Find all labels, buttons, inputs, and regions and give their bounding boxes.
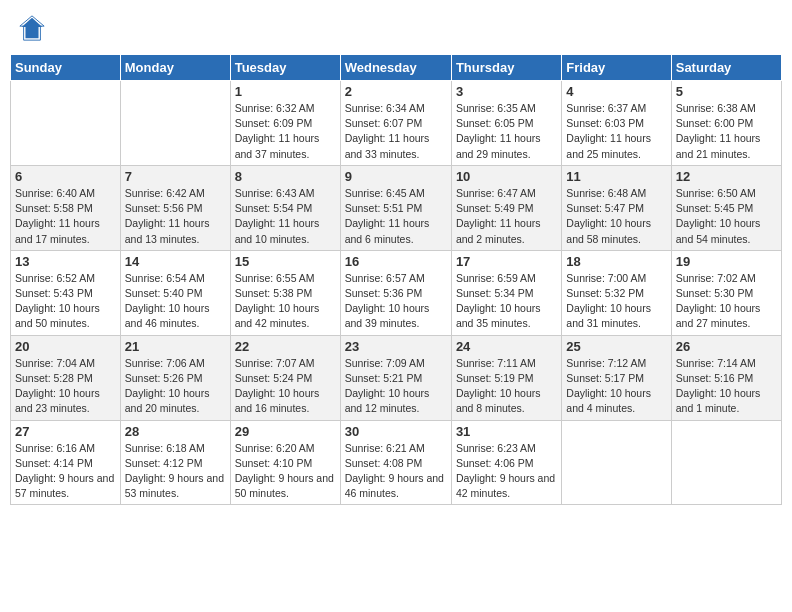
day-detail: Sunrise: 6:59 AMSunset: 5:34 PMDaylight:…: [456, 271, 557, 332]
svg-marker-0: [22, 18, 43, 39]
day-detail: Sunrise: 6:47 AMSunset: 5:49 PMDaylight:…: [456, 186, 557, 247]
calendar-cell: 28Sunrise: 6:18 AMSunset: 4:12 PMDayligh…: [120, 420, 230, 505]
day-detail: Sunrise: 6:40 AMSunset: 5:58 PMDaylight:…: [15, 186, 116, 247]
day-number: 7: [125, 169, 226, 184]
day-number: 24: [456, 339, 557, 354]
weekday-header-wednesday: Wednesday: [340, 55, 451, 81]
weekday-header-monday: Monday: [120, 55, 230, 81]
day-detail: Sunrise: 7:00 AMSunset: 5:32 PMDaylight:…: [566, 271, 666, 332]
day-detail: Sunrise: 7:11 AMSunset: 5:19 PMDaylight:…: [456, 356, 557, 417]
day-detail: Sunrise: 6:18 AMSunset: 4:12 PMDaylight:…: [125, 441, 226, 502]
day-number: 11: [566, 169, 666, 184]
day-number: 27: [15, 424, 116, 439]
day-detail: Sunrise: 6:52 AMSunset: 5:43 PMDaylight:…: [15, 271, 116, 332]
weekday-header-sunday: Sunday: [11, 55, 121, 81]
calendar-cell: 13Sunrise: 6:52 AMSunset: 5:43 PMDayligh…: [11, 250, 121, 335]
calendar-cell: 12Sunrise: 6:50 AMSunset: 5:45 PMDayligh…: [671, 165, 781, 250]
day-number: 29: [235, 424, 336, 439]
calendar-cell: 23Sunrise: 7:09 AMSunset: 5:21 PMDayligh…: [340, 335, 451, 420]
day-detail: Sunrise: 6:55 AMSunset: 5:38 PMDaylight:…: [235, 271, 336, 332]
day-detail: Sunrise: 6:50 AMSunset: 5:45 PMDaylight:…: [676, 186, 777, 247]
weekday-header-tuesday: Tuesday: [230, 55, 340, 81]
day-number: 1: [235, 84, 336, 99]
calendar-cell: 30Sunrise: 6:21 AMSunset: 4:08 PMDayligh…: [340, 420, 451, 505]
calendar-cell: 22Sunrise: 7:07 AMSunset: 5:24 PMDayligh…: [230, 335, 340, 420]
calendar-cell: 8Sunrise: 6:43 AMSunset: 5:54 PMDaylight…: [230, 165, 340, 250]
day-detail: Sunrise: 7:14 AMSunset: 5:16 PMDaylight:…: [676, 356, 777, 417]
calendar-cell: 26Sunrise: 7:14 AMSunset: 5:16 PMDayligh…: [671, 335, 781, 420]
calendar-cell: 1Sunrise: 6:32 AMSunset: 6:09 PMDaylight…: [230, 81, 340, 166]
day-number: 17: [456, 254, 557, 269]
day-detail: Sunrise: 6:48 AMSunset: 5:47 PMDaylight:…: [566, 186, 666, 247]
day-detail: Sunrise: 6:42 AMSunset: 5:56 PMDaylight:…: [125, 186, 226, 247]
day-number: 31: [456, 424, 557, 439]
day-detail: Sunrise: 7:09 AMSunset: 5:21 PMDaylight:…: [345, 356, 447, 417]
weekday-header-thursday: Thursday: [451, 55, 561, 81]
day-number: 23: [345, 339, 447, 354]
calendar-cell: 4Sunrise: 6:37 AMSunset: 6:03 PMDaylight…: [562, 81, 671, 166]
day-number: 12: [676, 169, 777, 184]
calendar-cell: [120, 81, 230, 166]
calendar-cell: 6Sunrise: 6:40 AMSunset: 5:58 PMDaylight…: [11, 165, 121, 250]
day-number: 3: [456, 84, 557, 99]
calendar-cell: 15Sunrise: 6:55 AMSunset: 5:38 PMDayligh…: [230, 250, 340, 335]
day-detail: Sunrise: 7:06 AMSunset: 5:26 PMDaylight:…: [125, 356, 226, 417]
day-number: 30: [345, 424, 447, 439]
day-detail: Sunrise: 7:07 AMSunset: 5:24 PMDaylight:…: [235, 356, 336, 417]
day-number: 20: [15, 339, 116, 354]
day-detail: Sunrise: 6:54 AMSunset: 5:40 PMDaylight:…: [125, 271, 226, 332]
calendar-cell: 27Sunrise: 6:16 AMSunset: 4:14 PMDayligh…: [11, 420, 121, 505]
day-detail: Sunrise: 6:57 AMSunset: 5:36 PMDaylight:…: [345, 271, 447, 332]
calendar-cell: 18Sunrise: 7:00 AMSunset: 5:32 PMDayligh…: [562, 250, 671, 335]
weekday-header-saturday: Saturday: [671, 55, 781, 81]
day-detail: Sunrise: 6:45 AMSunset: 5:51 PMDaylight:…: [345, 186, 447, 247]
day-number: 28: [125, 424, 226, 439]
day-detail: Sunrise: 6:34 AMSunset: 6:07 PMDaylight:…: [345, 101, 447, 162]
page-header: [10, 10, 782, 46]
calendar-cell: 17Sunrise: 6:59 AMSunset: 5:34 PMDayligh…: [451, 250, 561, 335]
calendar-week-row: 20Sunrise: 7:04 AMSunset: 5:28 PMDayligh…: [11, 335, 782, 420]
day-number: 15: [235, 254, 336, 269]
weekday-header-friday: Friday: [562, 55, 671, 81]
calendar-cell: 14Sunrise: 6:54 AMSunset: 5:40 PMDayligh…: [120, 250, 230, 335]
day-number: 13: [15, 254, 116, 269]
calendar-cell: 29Sunrise: 6:20 AMSunset: 4:10 PMDayligh…: [230, 420, 340, 505]
day-detail: Sunrise: 6:23 AMSunset: 4:06 PMDaylight:…: [456, 441, 557, 502]
day-detail: Sunrise: 6:32 AMSunset: 6:09 PMDaylight:…: [235, 101, 336, 162]
day-detail: Sunrise: 6:20 AMSunset: 4:10 PMDaylight:…: [235, 441, 336, 502]
day-number: 26: [676, 339, 777, 354]
calendar-cell: 21Sunrise: 7:06 AMSunset: 5:26 PMDayligh…: [120, 335, 230, 420]
day-detail: Sunrise: 7:02 AMSunset: 5:30 PMDaylight:…: [676, 271, 777, 332]
day-number: 19: [676, 254, 777, 269]
calendar-cell: 31Sunrise: 6:23 AMSunset: 4:06 PMDayligh…: [451, 420, 561, 505]
calendar-cell: 2Sunrise: 6:34 AMSunset: 6:07 PMDaylight…: [340, 81, 451, 166]
day-number: 22: [235, 339, 336, 354]
day-detail: Sunrise: 7:04 AMSunset: 5:28 PMDaylight:…: [15, 356, 116, 417]
day-number: 25: [566, 339, 666, 354]
day-number: 4: [566, 84, 666, 99]
day-number: 14: [125, 254, 226, 269]
calendar-week-row: 13Sunrise: 6:52 AMSunset: 5:43 PMDayligh…: [11, 250, 782, 335]
calendar-cell: 3Sunrise: 6:35 AMSunset: 6:05 PMDaylight…: [451, 81, 561, 166]
day-detail: Sunrise: 6:38 AMSunset: 6:00 PMDaylight:…: [676, 101, 777, 162]
day-number: 6: [15, 169, 116, 184]
calendar-cell: 24Sunrise: 7:11 AMSunset: 5:19 PMDayligh…: [451, 335, 561, 420]
day-detail: Sunrise: 6:37 AMSunset: 6:03 PMDaylight:…: [566, 101, 666, 162]
calendar-cell: [562, 420, 671, 505]
day-number: 18: [566, 254, 666, 269]
day-detail: Sunrise: 6:35 AMSunset: 6:05 PMDaylight:…: [456, 101, 557, 162]
calendar-cell: 9Sunrise: 6:45 AMSunset: 5:51 PMDaylight…: [340, 165, 451, 250]
calendar-cell: 11Sunrise: 6:48 AMSunset: 5:47 PMDayligh…: [562, 165, 671, 250]
calendar-cell: [671, 420, 781, 505]
calendar-week-row: 6Sunrise: 6:40 AMSunset: 5:58 PMDaylight…: [11, 165, 782, 250]
day-number: 2: [345, 84, 447, 99]
day-detail: Sunrise: 6:43 AMSunset: 5:54 PMDaylight:…: [235, 186, 336, 247]
day-detail: Sunrise: 6:21 AMSunset: 4:08 PMDaylight:…: [345, 441, 447, 502]
calendar-cell: 5Sunrise: 6:38 AMSunset: 6:00 PMDaylight…: [671, 81, 781, 166]
calendar-cell: [11, 81, 121, 166]
calendar-cell: 16Sunrise: 6:57 AMSunset: 5:36 PMDayligh…: [340, 250, 451, 335]
day-number: 9: [345, 169, 447, 184]
day-number: 5: [676, 84, 777, 99]
day-number: 10: [456, 169, 557, 184]
day-number: 8: [235, 169, 336, 184]
